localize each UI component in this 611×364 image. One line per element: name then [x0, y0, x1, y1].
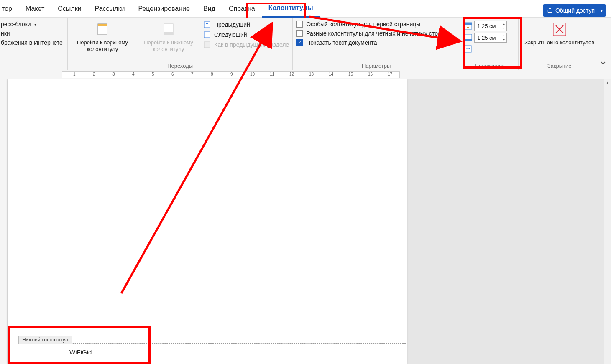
- chevron-down-icon: ▾: [601, 8, 603, 13]
- tab-help[interactable]: Справка: [222, 0, 262, 18]
- header-icon: [94, 21, 111, 38]
- ruler-tick: 17: [388, 72, 392, 76]
- svg-rect-10: [464, 39, 472, 41]
- link-previous-icon: [203, 41, 211, 48]
- spinner-up-icon[interactable]: ▲: [501, 21, 506, 26]
- ruler-tick: 12: [289, 72, 294, 76]
- document-area: 1 Нижний колонтитул WiFiGid ▲: [0, 79, 611, 364]
- ruler-tick: 16: [368, 72, 373, 76]
- group-close: Закрыть окно колонтитулов Закрытие: [519, 18, 600, 70]
- ruler-tick: 6: [171, 72, 174, 76]
- ruler-tick: 9: [230, 72, 233, 76]
- tab-cut[interactable]: тор: [0, 0, 19, 18]
- scroll-up-icon[interactable]: ▲: [604, 79, 611, 86]
- footer-icon: [160, 21, 177, 38]
- group-label-position: Положение: [463, 62, 515, 69]
- horizontal-ruler[interactable]: 1234567891011121314151617: [0, 70, 611, 79]
- tab-links[interactable]: Ссылки: [51, 0, 88, 18]
- ribbon: ресс-блоки ▾ нки бражения в Интернете Пе…: [0, 18, 611, 70]
- group-options: Особый колонтитул для первой страницы Ра…: [293, 18, 460, 70]
- group-partial-left: ресс-блоки ▾ нки бражения в Интернете: [0, 18, 68, 70]
- checkbox-icon: [296, 21, 303, 28]
- checkbox-icon: [296, 30, 303, 37]
- spinner-down-icon[interactable]: ▼: [501, 26, 506, 31]
- ruler-tick: 5: [152, 72, 154, 76]
- online-pictures-button[interactable]: бражения в Интернете: [1, 39, 63, 46]
- group-position: 1,25 см ▲▼ 1,25 см ▲▼: [460, 18, 519, 70]
- spinner-down-icon[interactable]: ▼: [501, 38, 506, 42]
- tab-review[interactable]: Рецензирование: [131, 0, 197, 18]
- collapse-ribbon-button[interactable]: [598, 58, 608, 67]
- footer-text[interactable]: WiFiGid: [18, 349, 406, 356]
- previous-section-button[interactable]: Предыдущий: [203, 21, 289, 28]
- ruler-tick: 13: [309, 72, 314, 76]
- footer-label-tab: Нижний колонтитул: [18, 336, 72, 344]
- different-first-page-checkbox[interactable]: Особый колонтитул для первой страницы: [296, 21, 451, 28]
- goto-header-button[interactable]: Перейти к верхнему колонтитулу: [71, 19, 134, 54]
- ruler-tick: 3: [112, 72, 115, 76]
- svg-rect-6: [204, 42, 210, 48]
- ruler-tick: 10: [250, 72, 255, 76]
- group-label-close: Закрытие: [522, 62, 597, 69]
- tab-layout[interactable]: Макет: [19, 0, 51, 18]
- ruler-tick: 15: [348, 72, 353, 76]
- share-button[interactable]: Общий доступ ▾: [543, 4, 606, 17]
- footer-from-bottom-input[interactable]: 1,25 см ▲▼: [474, 33, 507, 43]
- next-section-button[interactable]: Следующий: [203, 31, 289, 38]
- footer-from-bottom-icon: [463, 33, 473, 42]
- link-to-previous-button: Как в предыдущем разделе: [203, 41, 289, 48]
- group-label-options: Параметры: [296, 62, 456, 69]
- vertical-scrollbar[interactable]: ▲: [604, 79, 611, 364]
- group-label: [1, 68, 64, 69]
- spinner-up-icon[interactable]: ▲: [501, 33, 506, 38]
- next-icon: [203, 31, 211, 38]
- ruler-tick: 8: [211, 72, 213, 76]
- ruler-tick: 11: [270, 72, 274, 76]
- previous-icon: [203, 21, 211, 28]
- header-from-top-input[interactable]: 1,25 см ▲▼: [474, 21, 507, 31]
- show-document-text-checkbox[interactable]: ✓ Показать текст документа: [296, 39, 451, 46]
- checkbox-checked-icon: ✓: [296, 39, 303, 46]
- goto-footer-button: Перейти к нижнему колонтитулу: [137, 19, 200, 54]
- footer-area[interactable]: Нижний колонтитул WiFiGid: [18, 343, 406, 361]
- vertical-ruler[interactable]: [0, 79, 8, 364]
- ruler-tick: 7: [191, 72, 194, 76]
- share-label: Общий доступ: [555, 7, 595, 14]
- close-icon: [551, 21, 568, 38]
- tab-view[interactable]: Вид: [197, 0, 222, 18]
- ribbon-tabs: тор Макет Ссылки Рассылки Рецензирование…: [0, 0, 611, 18]
- express-blocks-button[interactable]: ресс-блоки ▾: [1, 21, 63, 28]
- close-header-footer-button[interactable]: Закрыть окно колонтитулов: [522, 19, 597, 48]
- document-page[interactable]: Нижний колонтитул WiFiGid: [8, 79, 407, 364]
- chevron-down-icon: ▾: [34, 22, 36, 27]
- ruler-tick: 2: [93, 72, 95, 76]
- header-from-top-icon: [463, 21, 473, 31]
- different-odd-even-checkbox[interactable]: Разные колонтитулы для четных и нечетных…: [296, 30, 451, 37]
- svg-rect-1: [98, 24, 107, 26]
- tab-mailings[interactable]: Рассылки: [88, 0, 132, 18]
- tab-header-footer[interactable]: Колонтитулы: [262, 0, 320, 18]
- insert-alignment-tab-icon[interactable]: [463, 44, 473, 53]
- svg-rect-8: [464, 23, 472, 25]
- pictures-button[interactable]: нки: [1, 30, 63, 37]
- group-navigation: Перейти к верхнему колонтитулу Перейти к…: [68, 18, 293, 70]
- ruler-tick: 4: [132, 72, 135, 76]
- ruler-tick: 1: [73, 72, 76, 76]
- share-icon: [547, 8, 553, 13]
- svg-rect-3: [164, 32, 173, 35]
- ruler-tick: 14: [329, 72, 333, 76]
- group-label-navigation: Переходы: [71, 62, 289, 69]
